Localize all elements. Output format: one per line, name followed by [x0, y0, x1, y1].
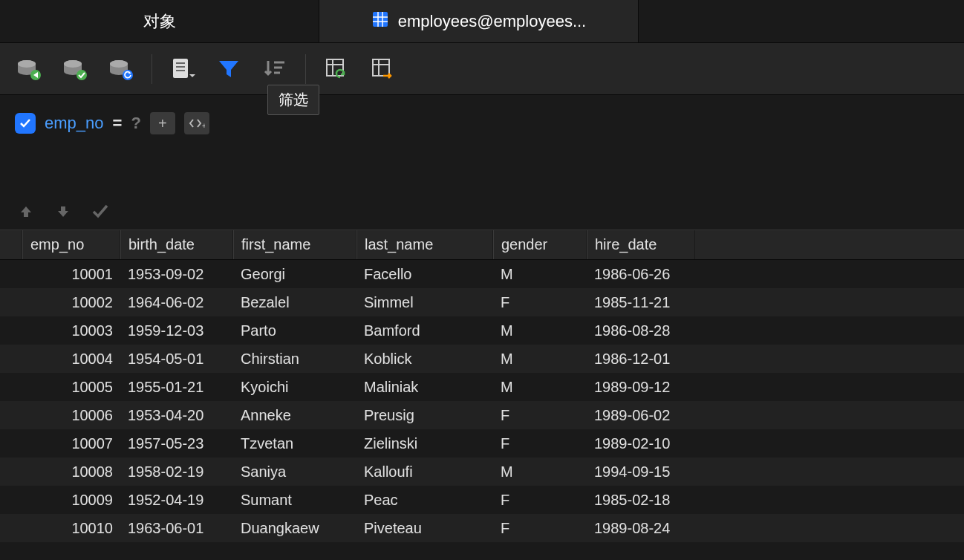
cell-last_name[interactable]: Koblick: [356, 351, 493, 368]
cell-last_name[interactable]: Facello: [356, 266, 493, 283]
cell-birth_date[interactable]: 1955-01-21: [120, 379, 233, 396]
cell-hire_date[interactable]: 1989-08-24: [587, 520, 695, 537]
column-header-emp_no[interactable]: emp_no: [22, 230, 120, 259]
cell-hire_date[interactable]: 1989-09-12: [587, 379, 695, 396]
filter-column-name[interactable]: emp_no: [45, 114, 104, 133]
cell-hire_date[interactable]: 1986-06-26: [587, 266, 695, 283]
cell-first_name[interactable]: Saniya: [233, 463, 356, 481]
filter-enabled-checkbox[interactable]: [15, 113, 36, 134]
cell-gender[interactable]: F: [493, 294, 587, 311]
tab-employees[interactable]: employees@employees...: [319, 0, 639, 42]
export-button[interactable]: [361, 51, 404, 88]
cell-birth_date[interactable]: 1959-12-03: [120, 322, 233, 339]
table-row[interactable]: 100051955-01-21KyoichiMaliniakM1989-09-1…: [0, 373, 964, 401]
svg-rect-21: [327, 59, 343, 76]
cell-birth_date[interactable]: 1964-06-02: [120, 294, 233, 311]
cell-hire_date[interactable]: 1986-08-28: [587, 322, 695, 339]
cell-emp_no[interactable]: 10007: [22, 435, 120, 452]
cell-birth_date[interactable]: 1963-06-01: [120, 520, 233, 537]
add-filter-button[interactable]: +: [150, 112, 175, 134]
cell-gender[interactable]: F: [493, 435, 587, 452]
cell-gender[interactable]: F: [493, 492, 587, 509]
column-header-birth_date[interactable]: birth_date: [120, 230, 233, 259]
cell-birth_date[interactable]: 1952-04-19: [120, 492, 233, 509]
table-row[interactable]: 100011953-09-02GeorgiFacelloM1986-06-26: [0, 260, 964, 288]
row-gutter-header: [0, 230, 22, 259]
cell-gender[interactable]: M: [493, 322, 587, 339]
filter-bar: emp_no = ? + + 筛选: [0, 95, 964, 152]
svg-text:+: +: [202, 122, 205, 130]
cell-emp_no[interactable]: 10001: [22, 266, 120, 283]
table-row[interactable]: 100071957-05-23TzvetanZielinskiF1989-02-…: [0, 429, 964, 458]
table-row[interactable]: 100101963-06-01DuangkaewPiveteauF1989-08…: [0, 514, 964, 542]
cell-first_name[interactable]: Anneke: [233, 407, 356, 424]
cell-birth_date[interactable]: 1953-04-20: [120, 407, 233, 424]
cell-hire_date[interactable]: 1986-12-01: [587, 351, 695, 368]
table-row[interactable]: 100031959-12-03PartoBamfordM1986-08-28: [0, 316, 964, 345]
cell-last_name[interactable]: Kalloufi: [356, 463, 493, 481]
cell-gender[interactable]: F: [493, 520, 587, 537]
cell-emp_no[interactable]: 10003: [22, 322, 120, 339]
cell-first_name[interactable]: Sumant: [233, 492, 356, 509]
table-row[interactable]: 100081958-02-19SaniyaKalloufiM1994-09-15: [0, 458, 964, 486]
column-header-first_name[interactable]: first_name: [233, 230, 356, 259]
cell-hire_date[interactable]: 1989-02-10: [587, 435, 695, 452]
cell-emp_no[interactable]: 10002: [22, 294, 120, 311]
cell-last_name[interactable]: Preusig: [356, 407, 493, 424]
table-row[interactable]: 100021964-06-02BezalelSimmelF1985-11-21: [0, 288, 964, 316]
cell-hire_date[interactable]: 1985-11-21: [587, 294, 695, 311]
cell-first_name[interactable]: Duangkaew: [233, 520, 356, 537]
cell-gender[interactable]: M: [493, 379, 587, 396]
table-row[interactable]: 100091952-04-19SumantPeacF1985-02-18: [0, 486, 964, 514]
filter-button[interactable]: [207, 51, 250, 88]
text-mode-button[interactable]: [161, 51, 204, 88]
cell-emp_no[interactable]: 10008: [22, 463, 120, 481]
toolbar: [0, 43, 964, 95]
cell-last_name[interactable]: Piveteau: [356, 520, 493, 537]
cell-birth_date[interactable]: 1957-05-23: [120, 435, 233, 452]
cell-first_name[interactable]: Parto: [233, 322, 356, 339]
cell-first_name[interactable]: Tzvetan: [233, 435, 356, 452]
cell-hire_date[interactable]: 1994-09-15: [587, 463, 695, 481]
import-button[interactable]: [315, 51, 358, 88]
cell-hire_date[interactable]: 1989-06-02: [587, 407, 695, 424]
move-down-button[interactable]: [52, 201, 74, 223]
column-header-hire_date[interactable]: hire_date: [587, 230, 695, 259]
cell-first_name[interactable]: Georgi: [233, 266, 356, 283]
commit-button[interactable]: [53, 51, 97, 88]
cell-first_name[interactable]: Chirstian: [233, 351, 356, 368]
cell-gender[interactable]: M: [493, 463, 587, 481]
apply-button[interactable]: [89, 201, 111, 223]
cell-hire_date[interactable]: 1985-02-18: [587, 492, 695, 509]
cell-gender[interactable]: M: [493, 351, 587, 368]
cell-emp_no[interactable]: 10009: [22, 492, 120, 509]
cell-last_name[interactable]: Simmel: [356, 294, 493, 311]
cell-emp_no[interactable]: 10005: [22, 379, 120, 396]
table-row[interactable]: 100041954-05-01ChirstianKoblickM1986-12-…: [0, 345, 964, 373]
column-header-gender[interactable]: gender: [493, 230, 587, 259]
cell-emp_no[interactable]: 10010: [22, 520, 120, 537]
cell-last_name[interactable]: Bamford: [356, 322, 493, 339]
move-up-button[interactable]: [15, 201, 37, 223]
sort-button[interactable]: [253, 51, 296, 88]
filter-operator[interactable]: =: [113, 114, 123, 133]
filter-value-placeholder[interactable]: ?: [131, 114, 140, 133]
cell-last_name[interactable]: Maliniak: [356, 379, 493, 396]
tab-objects[interactable]: 对象: [0, 0, 319, 42]
execute-button[interactable]: [7, 51, 51, 88]
cell-first_name[interactable]: Bezalel: [233, 294, 356, 311]
cell-birth_date[interactable]: 1958-02-19: [120, 463, 233, 481]
cell-last_name[interactable]: Zielinski: [356, 435, 493, 452]
column-header-last_name[interactable]: last_name: [356, 230, 493, 259]
cell-birth_date[interactable]: 1954-05-01: [120, 351, 233, 368]
add-code-filter-button[interactable]: +: [184, 112, 209, 134]
cell-last_name[interactable]: Peac: [356, 492, 493, 509]
cell-gender[interactable]: M: [493, 266, 587, 283]
cell-emp_no[interactable]: 10006: [22, 407, 120, 424]
rollback-button[interactable]: [100, 51, 143, 88]
cell-birth_date[interactable]: 1953-09-02: [120, 266, 233, 283]
cell-first_name[interactable]: Kyoichi: [233, 379, 356, 396]
cell-gender[interactable]: F: [493, 407, 587, 424]
table-row[interactable]: 100061953-04-20AnnekePreusigF1989-06-02: [0, 401, 964, 429]
cell-emp_no[interactable]: 10004: [22, 351, 120, 368]
